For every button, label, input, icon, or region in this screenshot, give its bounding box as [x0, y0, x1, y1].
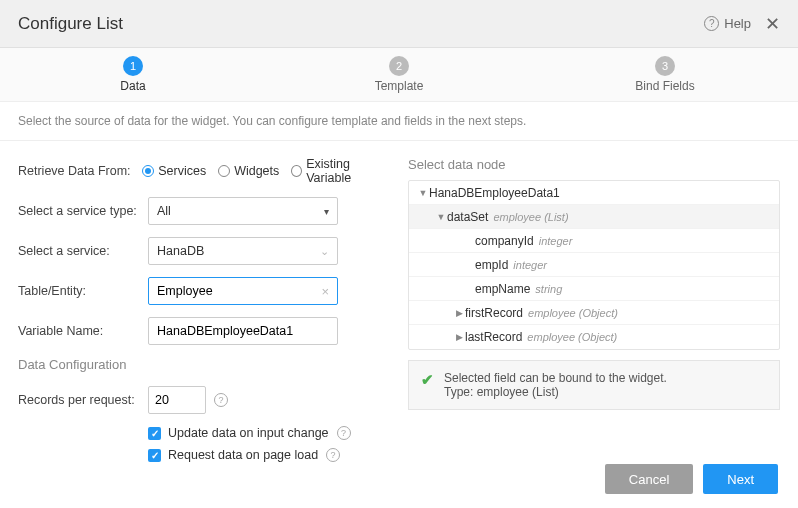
- checkbox-request-on-load[interactable]: [148, 449, 161, 462]
- clear-icon[interactable]: ×: [321, 284, 329, 299]
- service-type-label: Select a service type:: [18, 204, 148, 218]
- help-icon[interactable]: ?: [337, 426, 351, 440]
- tree-field[interactable]: empName string: [409, 277, 779, 301]
- checkbox-update-on-change[interactable]: [148, 427, 161, 440]
- radio-existing-variable[interactable]: Existing Variable: [291, 157, 388, 185]
- radio-widgets[interactable]: Widgets: [218, 164, 279, 178]
- status-line2: Type: employee (List): [444, 385, 667, 399]
- expand-icon: ▼: [435, 212, 447, 222]
- help-icon: ?: [704, 16, 719, 31]
- data-config-heading: Data Configuration: [18, 357, 388, 372]
- tree-field[interactable]: companyId integer: [409, 229, 779, 253]
- data-node-title: Select data node: [408, 157, 780, 172]
- radio-icon: [142, 165, 154, 177]
- radio-icon: [291, 165, 302, 177]
- help-icon[interactable]: ?: [326, 448, 340, 462]
- step-template[interactable]: 2 Template: [266, 48, 532, 101]
- close-icon[interactable]: ✕: [765, 13, 780, 35]
- retrieve-from-radios: Services Widgets Existing Variable: [142, 157, 388, 185]
- dialog-footer: Cancel Next: [605, 464, 778, 494]
- data-node-panel: Select data node ▼ HanaDBEmployeeData1 ▼…: [408, 157, 780, 470]
- tree-field[interactable]: empId integer: [409, 253, 779, 277]
- help-icon[interactable]: ?: [214, 393, 228, 407]
- records-label: Records per request:: [18, 393, 148, 407]
- instruction-text: Select the source of data for the widget…: [0, 102, 798, 141]
- request-on-load-row: Request data on page load ?: [148, 448, 388, 462]
- retrieve-from-label: Retrieve Data From:: [18, 164, 142, 178]
- form-panel: Retrieve Data From: Services Widgets Exi…: [18, 157, 388, 470]
- collapse-icon: ▶: [453, 308, 465, 318]
- step-data[interactable]: 1 Data: [0, 48, 266, 101]
- variable-name-input[interactable]: [148, 317, 338, 345]
- step-label: Data: [120, 79, 145, 93]
- next-button[interactable]: Next: [703, 464, 778, 494]
- chevron-down-icon: ⌄: [320, 245, 329, 258]
- expand-icon: ▼: [417, 188, 429, 198]
- data-node-tree: ▼ HanaDBEmployeeData1 ▼ dataSet employee…: [408, 180, 780, 350]
- step-number: 2: [389, 56, 409, 76]
- status-box: ✔ Selected field can be bound to the wid…: [408, 360, 780, 410]
- table-entity-label: Table/Entity:: [18, 284, 148, 298]
- service-type-select[interactable]: All ▾: [148, 197, 338, 225]
- dialog-title: Configure List: [18, 14, 704, 34]
- records-input[interactable]: [148, 386, 206, 414]
- collapse-icon: ▶: [453, 332, 465, 342]
- help-button[interactable]: ? Help: [704, 16, 751, 31]
- cancel-button[interactable]: Cancel: [605, 464, 693, 494]
- table-entity-input[interactable]: ×: [148, 277, 338, 305]
- tree-last-record[interactable]: ▶ lastRecord employee (Object): [409, 325, 779, 349]
- success-icon: ✔: [421, 371, 434, 389]
- radio-services[interactable]: Services: [142, 164, 206, 178]
- tree-first-record[interactable]: ▶ firstRecord employee (Object): [409, 301, 779, 325]
- chevron-down-icon: ▾: [324, 206, 329, 217]
- status-line1: Selected field can be bound to the widge…: [444, 371, 667, 385]
- service-select[interactable]: HanaDB ⌄: [148, 237, 338, 265]
- update-on-change-row: Update data on input change ?: [148, 426, 388, 440]
- step-bind-fields[interactable]: 3 Bind Fields: [532, 48, 798, 101]
- dialog-header: Configure List ? Help ✕: [0, 0, 798, 48]
- tree-dataset[interactable]: ▼ dataSet employee (List): [409, 205, 779, 229]
- variable-name-label: Variable Name:: [18, 324, 148, 338]
- step-number: 1: [123, 56, 143, 76]
- stepper: 1 Data 2 Template 3 Bind Fields: [0, 48, 798, 102]
- step-label: Bind Fields: [635, 79, 694, 93]
- step-number: 3: [655, 56, 675, 76]
- help-label: Help: [724, 16, 751, 31]
- radio-icon: [218, 165, 230, 177]
- tree-root[interactable]: ▼ HanaDBEmployeeData1: [409, 181, 779, 205]
- step-label: Template: [375, 79, 424, 93]
- service-label: Select a service:: [18, 244, 148, 258]
